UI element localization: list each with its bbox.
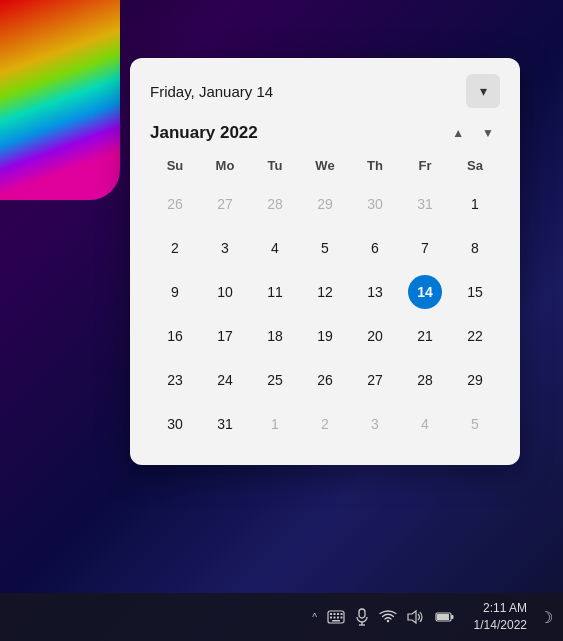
volume-icon[interactable] (407, 609, 425, 625)
calendar-day[interactable]: 17 (200, 315, 250, 357)
month-prev-button[interactable]: ▲ (446, 122, 470, 144)
day-number-label: 30 (358, 187, 392, 221)
calendar-day[interactable]: 30 (150, 403, 200, 445)
month-year-label: January 2022 (150, 123, 258, 143)
day-number-label: 3 (358, 407, 392, 441)
day-number-label: 5 (308, 231, 342, 265)
calendar-day[interactable]: 3 (200, 227, 250, 269)
microphone-icon[interactable] (355, 608, 369, 626)
calendar-day[interactable]: 11 (250, 271, 300, 313)
taskbar: ^ (0, 593, 563, 641)
calendar-day[interactable]: 4 (250, 227, 300, 269)
calendar-day[interactable]: 28 (250, 183, 300, 225)
calendar-day[interactable]: 14 (400, 271, 450, 313)
calendar-day[interactable]: 29 (300, 183, 350, 225)
clock-date: 1/14/2022 (474, 617, 527, 634)
keyboard-icon[interactable] (327, 610, 345, 624)
day-number-label: 11 (258, 275, 292, 309)
calendar-day[interactable]: 27 (200, 183, 250, 225)
calendar-days-grid: 2627282930311234567891011121314151617181… (150, 183, 500, 445)
calendar-day[interactable]: 20 (350, 315, 400, 357)
day-header-label: Sa (450, 154, 500, 177)
day-number-label: 2 (158, 231, 192, 265)
day-number-label: 1 (258, 407, 292, 441)
svg-rect-4 (341, 613, 343, 615)
svg-rect-15 (437, 614, 449, 620)
calendar-day[interactable]: 12 (300, 271, 350, 313)
day-number-label: 2 (308, 407, 342, 441)
calendar-day[interactable]: 27 (350, 359, 400, 401)
system-tray-icons: ^ (312, 608, 455, 626)
calendar-day[interactable]: 5 (300, 227, 350, 269)
calendar-day[interactable]: 7 (400, 227, 450, 269)
calendar-day[interactable]: 5 (450, 403, 500, 445)
calendar-day[interactable]: 26 (300, 359, 350, 401)
day-number-label: 15 (458, 275, 492, 309)
calendar-day[interactable]: 4 (400, 403, 450, 445)
calendar-day[interactable]: 24 (200, 359, 250, 401)
day-number-label: 31 (208, 407, 242, 441)
day-number-label: 5 (458, 407, 492, 441)
month-navigation: January 2022 ▲ ▼ (150, 122, 500, 144)
battery-icon[interactable] (435, 611, 455, 623)
day-number-label: 13 (358, 275, 392, 309)
calendar-day[interactable]: 3 (350, 403, 400, 445)
day-number-label: 29 (308, 187, 342, 221)
wifi-icon[interactable] (379, 610, 397, 624)
calendar-day[interactable]: 2 (150, 227, 200, 269)
calendar-day[interactable]: 23 (150, 359, 200, 401)
month-next-button[interactable]: ▼ (476, 122, 500, 144)
calendar-day[interactable]: 22 (450, 315, 500, 357)
svg-rect-8 (341, 617, 343, 619)
calendar-grid: SuMoTuWeThFrSa 2627282930311234567891011… (150, 154, 500, 445)
system-clock[interactable]: 2:11 AM 1/14/2022 (467, 600, 527, 634)
svg-rect-3 (337, 613, 339, 615)
calendar-popup: Friday, January 14 ▾ January 2022 ▲ ▼ Su… (130, 58, 520, 465)
day-number-label: 12 (308, 275, 342, 309)
calendar-day[interactable]: 2 (300, 403, 350, 445)
day-number-label: 22 (458, 319, 492, 353)
calendar-day[interactable]: 19 (300, 315, 350, 357)
day-number-label: 26 (158, 187, 192, 221)
calendar-day[interactable]: 10 (200, 271, 250, 313)
triangle-up-icon: ▲ (452, 126, 464, 140)
day-number-label: 25 (258, 363, 292, 397)
calendar-day[interactable]: 28 (400, 359, 450, 401)
day-headers-row: SuMoTuWeThFrSa (150, 154, 500, 177)
calendar-day[interactable]: 21 (400, 315, 450, 357)
day-number-label: 6 (358, 231, 392, 265)
day-number-label: 8 (458, 231, 492, 265)
selected-date-label: Friday, January 14 (150, 83, 273, 100)
svg-rect-9 (332, 620, 340, 622)
calendar-day[interactable]: 31 (200, 403, 250, 445)
calendar-day[interactable]: 16 (150, 315, 200, 357)
calendar-day[interactable]: 6 (350, 227, 400, 269)
notification-moon-icon[interactable]: ☽ (539, 608, 553, 627)
calendar-day[interactable]: 30 (350, 183, 400, 225)
calendar-day[interactable]: 29 (450, 359, 500, 401)
date-dropdown-button[interactable]: ▾ (466, 74, 500, 108)
svg-rect-5 (330, 617, 332, 619)
expand-tray-icon[interactable]: ^ (312, 612, 317, 623)
calendar-day[interactable]: 13 (350, 271, 400, 313)
month-nav-buttons: ▲ ▼ (446, 122, 500, 144)
day-number-label: 1 (458, 187, 492, 221)
triangle-down-icon: ▼ (482, 126, 494, 140)
day-number-label: 16 (158, 319, 192, 353)
day-number-label: 14 (408, 275, 442, 309)
calendar-day[interactable]: 18 (250, 315, 300, 357)
chevron-down-icon: ▾ (480, 83, 487, 99)
calendar-day[interactable]: 26 (150, 183, 200, 225)
calendar-day[interactable]: 9 (150, 271, 200, 313)
day-number-label: 9 (158, 275, 192, 309)
calendar-day[interactable]: 15 (450, 271, 500, 313)
calendar-day[interactable]: 1 (250, 403, 300, 445)
day-header-label: Th (350, 154, 400, 177)
day-number-label: 4 (258, 231, 292, 265)
calendar-day[interactable]: 31 (400, 183, 450, 225)
day-number-label: 17 (208, 319, 242, 353)
calendar-day[interactable]: 8 (450, 227, 500, 269)
calendar-day[interactable]: 1 (450, 183, 500, 225)
svg-marker-13 (408, 611, 416, 623)
calendar-day[interactable]: 25 (250, 359, 300, 401)
